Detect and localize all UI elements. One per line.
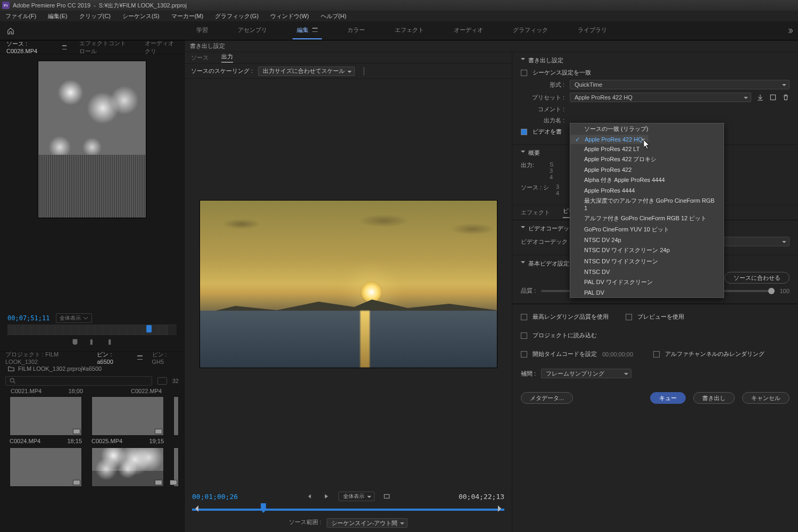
tab-bin-a6500[interactable]: ビン : a6500: [97, 351, 128, 365]
preview-fit-select[interactable]: 全体表示: [338, 492, 375, 501]
step-back-icon[interactable]: [306, 493, 314, 500]
import-checkbox[interactable]: [521, 332, 527, 339]
range-select[interactable]: シーケンスイン-アウト間: [327, 518, 408, 528]
clip-thumb[interactable]: [92, 447, 164, 487]
tc-out[interactable]: 00;04;22;13: [459, 493, 504, 501]
ws-color[interactable]: カラー: [343, 22, 369, 39]
preset-option[interactable]: アルファ付き GoPro CineForm RGB 12 ビット: [570, 213, 724, 224]
menu-edit[interactable]: 編集(E): [46, 11, 70, 21]
menu-graphic[interactable]: グラフィック(G): [213, 11, 261, 21]
clip-item-cut[interactable]: [173, 447, 179, 487]
tab-project[interactable]: プロジェクト : FILM LOOK_1302: [5, 351, 87, 365]
twirl-icon[interactable]: [521, 151, 525, 155]
clip-thumb[interactable]: [173, 396, 179, 436]
preset-option[interactable]: PAL DV ワイドスクリーン: [570, 277, 724, 288]
export-playhead[interactable]: [261, 503, 266, 513]
source-tab-menu-icon[interactable]: [62, 45, 66, 49]
ws-graphic[interactable]: グラフィック: [509, 22, 552, 39]
tab-effect-controls[interactable]: エフェクトコントロール: [79, 39, 131, 55]
home-button[interactable]: [0, 21, 21, 40]
workspace-overflow[interactable]: [782, 21, 798, 40]
delete-preset-icon[interactable]: [782, 94, 789, 101]
preset-option[interactable]: Apple ProRes 422 プロキシ: [570, 154, 724, 165]
ws-learn[interactable]: 学習: [192, 22, 212, 39]
ws-effects[interactable]: エフェクト: [390, 22, 428, 39]
clip-thumb[interactable]: [10, 396, 82, 436]
tab-src[interactable]: ソース: [191, 54, 209, 62]
menu-file[interactable]: ファイル(F): [3, 11, 38, 21]
aspect-icon[interactable]: [383, 493, 390, 500]
new-bin-button[interactable]: [157, 377, 167, 385]
scale-select[interactable]: 出力サイズに合わせてスケール: [258, 66, 355, 76]
preset-option[interactable]: ソースの一致 (リラップ): [570, 123, 724, 135]
clip-thumb[interactable]: [10, 447, 82, 487]
bin-menu-icon[interactable]: [137, 355, 142, 360]
use-preview-checkbox[interactable]: [626, 314, 632, 320]
in-handle[interactable]: [192, 505, 198, 512]
marker-icon[interactable]: [71, 338, 79, 346]
interp-select[interactable]: フレームサンプリング: [541, 369, 631, 378]
match-seq-checkbox[interactable]: [521, 70, 527, 76]
source-frame[interactable]: [38, 61, 146, 218]
clip-thumb[interactable]: [92, 396, 164, 436]
menu-clip[interactable]: クリップ(C): [77, 11, 113, 21]
ws-edit[interactable]: 編集: [293, 22, 321, 39]
clip-item[interactable]: [10, 447, 82, 487]
preset-option[interactable]: NTSC DV: [570, 267, 724, 277]
source-playhead[interactable]: [146, 325, 152, 332]
alpha-only-checkbox[interactable]: [653, 351, 660, 358]
search-input[interactable]: [5, 376, 152, 386]
panel-menu-icon[interactable]: [312, 28, 318, 32]
clip-item-cut[interactable]: [173, 396, 179, 444]
twirl-icon[interactable]: [521, 261, 525, 265]
clip-item[interactable]: [92, 447, 164, 487]
preset-select[interactable]: Apple ProRes 422 HQ: [570, 93, 751, 102]
in-point-icon[interactable]: [88, 338, 96, 346]
ws-audio[interactable]: オーディオ: [450, 22, 487, 39]
import-preset-icon[interactable]: [769, 94, 777, 101]
output-preview[interactable]: [200, 200, 497, 368]
preset-option[interactable]: NTSC DV ワイドスクリーン 24p: [570, 245, 724, 256]
preset-option[interactable]: Alpha 付き Apple ProRes 4444: [570, 174, 724, 186]
preset-option[interactable]: NTSC DV ワイドスクリーン: [570, 256, 724, 267]
twirl-icon[interactable]: [521, 226, 525, 230]
start-tc-checkbox[interactable]: [521, 351, 527, 358]
tab-fx[interactable]: エフェクト: [521, 209, 550, 217]
max-render-checkbox[interactable]: [521, 314, 527, 320]
ws-assembly[interactable]: アセンブリ: [234, 22, 271, 39]
preset-option[interactable]: PAL DV: [570, 288, 724, 297]
cancel-button[interactable]: キャンセル: [742, 392, 789, 404]
preset-option[interactable]: Apple ProRes 422: [570, 165, 724, 174]
menu-marker[interactable]: マーカー(M): [169, 11, 206, 21]
tab-audio-clip[interactable]: オーディオクリ: [145, 39, 178, 55]
match-source-button[interactable]: ソースに合わせる: [725, 272, 789, 284]
clip-item[interactable]: C0025.MP419;15: [92, 396, 164, 444]
preset-option[interactable]: GoPro CineForm YUV 10 ビット: [570, 224, 724, 235]
queue-button[interactable]: キュー: [650, 392, 686, 404]
quality-knob[interactable]: [768, 288, 775, 294]
format-select[interactable]: QuickTime: [570, 80, 789, 89]
clip-thumb[interactable]: [173, 447, 179, 487]
menu-help[interactable]: ヘルプ(H): [319, 11, 348, 21]
metadata-button[interactable]: メタデータ...: [521, 392, 573, 404]
ws-library[interactable]: ライブラリ: [573, 22, 611, 39]
clip-item[interactable]: C0024.MP418;15: [10, 396, 82, 444]
out-handle[interactable]: [498, 505, 504, 512]
source-timecode[interactable]: 00;07;51;11: [7, 314, 49, 322]
out-point-icon[interactable]: [105, 338, 113, 346]
source-scrubber[interactable]: [7, 325, 177, 335]
play-icon[interactable]: [322, 493, 330, 500]
tc-in[interactable]: 00;01;00;26: [192, 493, 238, 501]
preset-option[interactable]: NTSC DV 24p: [570, 235, 724, 245]
tab-source[interactable]: ソース : C0028.MP4: [6, 40, 49, 54]
save-preset-icon[interactable]: [757, 94, 764, 101]
source-zoom[interactable]: 全体表示: [56, 313, 92, 323]
export-scrubber[interactable]: [192, 503, 504, 515]
preset-option[interactable]: Apple ProRes 4444: [570, 186, 724, 195]
export-button[interactable]: 書き出し: [693, 392, 735, 404]
tab-bin-gh5[interactable]: ビン : GH5: [152, 351, 179, 365]
twirl-icon[interactable]: [521, 58, 525, 62]
menu-seq[interactable]: シーケンス(S): [120, 11, 162, 21]
preset-option[interactable]: Apple ProRes 422 HQ: [570, 135, 649, 144]
menu-window[interactable]: ウィンドウ(W): [268, 11, 311, 21]
